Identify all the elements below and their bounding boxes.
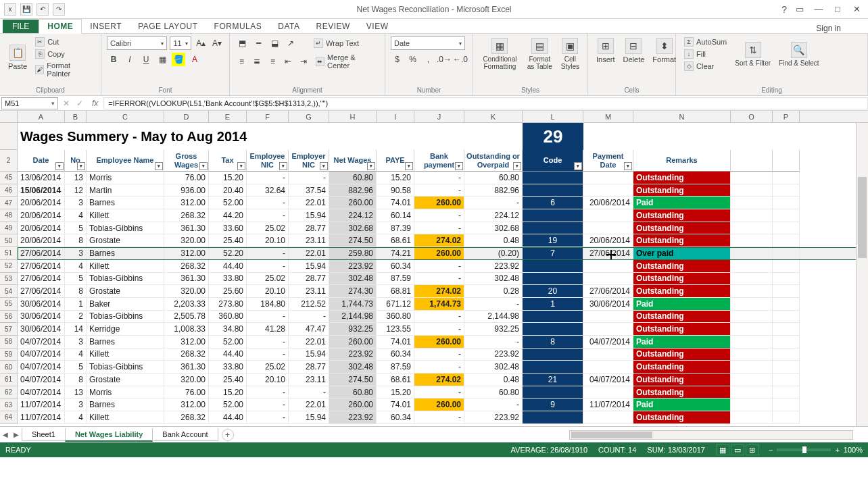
sign-in-link[interactable]: Sign in: [816, 24, 841, 33]
row-header[interactable]: 63: [0, 398, 17, 411]
cell[interactable]: -: [414, 172, 464, 184]
format-cells-button[interactable]: ⬍Format: [650, 36, 679, 65]
vertical-scrollbar[interactable]: [856, 123, 868, 426]
orientation-icon[interactable]: ↗: [284, 36, 297, 50]
cell[interactable]: [583, 184, 633, 197]
cell[interactable]: 25.02: [247, 222, 289, 235]
cell[interactable]: 9: [523, 398, 583, 411]
table-row[interactable]: 20/06/20143Barnes312.0052.00-22.01260.00…: [18, 197, 868, 209]
cell[interactable]: 320.00: [164, 374, 209, 386]
cell[interactable]: 260.00: [329, 398, 377, 411]
header-no[interactable]: No▾: [65, 150, 87, 172]
cell[interactable]: [773, 285, 800, 298]
decrease-font-icon[interactable]: A▾: [210, 36, 224, 50]
cell[interactable]: 259.80: [329, 247, 377, 260]
cell[interactable]: 04/07/2014: [18, 386, 65, 399]
cell[interactable]: 22.01: [289, 197, 329, 209]
cell[interactable]: 11/07/2014: [583, 398, 633, 411]
currency-icon[interactable]: $: [391, 53, 404, 66]
cell[interactable]: -: [464, 398, 523, 411]
cell[interactable]: -: [464, 197, 523, 209]
table-row[interactable]: 04/07/20144Killett268.3244.40-15.94223.9…: [18, 349, 868, 361]
cell[interactable]: Kerridge: [87, 323, 164, 336]
cell[interactable]: 0.28: [464, 285, 523, 298]
cell[interactable]: [731, 323, 773, 336]
paste-button[interactable]: 📋Paste: [5, 43, 30, 72]
cell[interactable]: 15.20: [209, 172, 247, 184]
cell[interactable]: [773, 184, 800, 197]
row-header[interactable]: 2: [0, 150, 17, 172]
cell[interactable]: -: [247, 172, 289, 184]
tab-review[interactable]: REVIEW: [308, 20, 358, 33]
cell[interactable]: 671.12: [377, 298, 414, 311]
cell[interactable]: -: [414, 386, 464, 399]
comma-icon[interactable]: ,: [422, 53, 435, 66]
cell[interactable]: -: [414, 273, 464, 286]
filter-icon[interactable]: ▾: [237, 162, 245, 170]
column-header-F[interactable]: F: [247, 111, 289, 122]
zoom-in-icon[interactable]: +: [835, 446, 839, 454]
cell[interactable]: 27/06/2014: [583, 285, 633, 298]
cell[interactable]: 20.40: [209, 184, 247, 197]
cell[interactable]: Barnes: [87, 197, 164, 209]
cell[interactable]: Outstanding: [633, 209, 731, 222]
cell[interactable]: Outstanding: [633, 411, 731, 424]
row-header[interactable]: 55: [0, 298, 17, 311]
cell[interactable]: 90.58: [377, 184, 414, 197]
cell[interactable]: [773, 311, 800, 324]
cell[interactable]: 1,008.33: [164, 323, 209, 336]
cell[interactable]: 44.40: [209, 260, 247, 273]
cell[interactable]: 20/06/2014: [583, 197, 633, 209]
header-net[interactable]: Net Wages▾: [329, 150, 377, 172]
cell[interactable]: 13: [65, 386, 87, 399]
bold-button[interactable]: B: [107, 53, 120, 66]
row-header[interactable]: 46: [0, 184, 17, 197]
cell[interactable]: 19: [523, 234, 583, 247]
cell[interactable]: 34.80: [209, 323, 247, 336]
formula-input[interactable]: =IFERROR((VLOOKUP(L51,'Bank Account'!$G$…: [103, 97, 868, 109]
cell[interactable]: 361.30: [164, 273, 209, 286]
cell[interactable]: 22.01: [289, 336, 329, 349]
cell[interactable]: 74.01: [377, 336, 414, 349]
cell[interactable]: -: [464, 298, 523, 311]
cell[interactable]: 27/06/2014: [18, 285, 65, 298]
align-middle-icon[interactable]: ━: [251, 36, 265, 50]
cell[interactable]: -: [247, 336, 289, 349]
column-header-C[interactable]: C: [87, 111, 164, 122]
cell[interactable]: [773, 298, 800, 311]
cell[interactable]: 23.11: [289, 285, 329, 298]
cell[interactable]: -: [247, 260, 289, 273]
cell[interactable]: -: [247, 209, 289, 222]
row-header[interactable]: 59: [0, 349, 17, 361]
cell[interactable]: [731, 361, 773, 374]
cell[interactable]: [583, 361, 633, 374]
cell[interactable]: -: [247, 398, 289, 411]
cell[interactable]: 11/07/2014: [18, 398, 65, 411]
tab-home[interactable]: HOME: [39, 19, 82, 34]
cell[interactable]: 2,144.98: [329, 311, 377, 324]
column-header-M[interactable]: M: [583, 111, 633, 122]
cell[interactable]: 60.34: [377, 349, 414, 361]
cell[interactable]: 47.47: [289, 323, 329, 336]
cell[interactable]: 7: [523, 247, 583, 260]
cell[interactable]: [773, 386, 800, 399]
row-header[interactable]: 54: [0, 285, 17, 298]
cell[interactable]: [773, 273, 800, 286]
sheet-tab-bank-account[interactable]: Bank Account: [152, 428, 218, 441]
cell[interactable]: -: [414, 311, 464, 324]
header-tax[interactable]: Tax▾: [209, 150, 247, 172]
cell[interactable]: 260.00: [329, 197, 377, 209]
zoom-out-icon[interactable]: −: [769, 446, 773, 454]
column-header-J[interactable]: J: [414, 111, 464, 122]
cell[interactable]: [583, 222, 633, 235]
cell[interactable]: 25.40: [209, 234, 247, 247]
cell[interactable]: 74.01: [377, 398, 414, 411]
ribbon-options-icon[interactable]: ▭: [791, 3, 809, 16]
cell[interactable]: -: [247, 311, 289, 324]
cell[interactable]: [583, 260, 633, 273]
column-header-H[interactable]: H: [329, 111, 377, 122]
cell[interactable]: -: [247, 386, 289, 399]
filter-icon[interactable]: ▾: [320, 162, 328, 170]
cell[interactable]: -: [289, 386, 329, 399]
cell[interactable]: 33.80: [209, 361, 247, 374]
